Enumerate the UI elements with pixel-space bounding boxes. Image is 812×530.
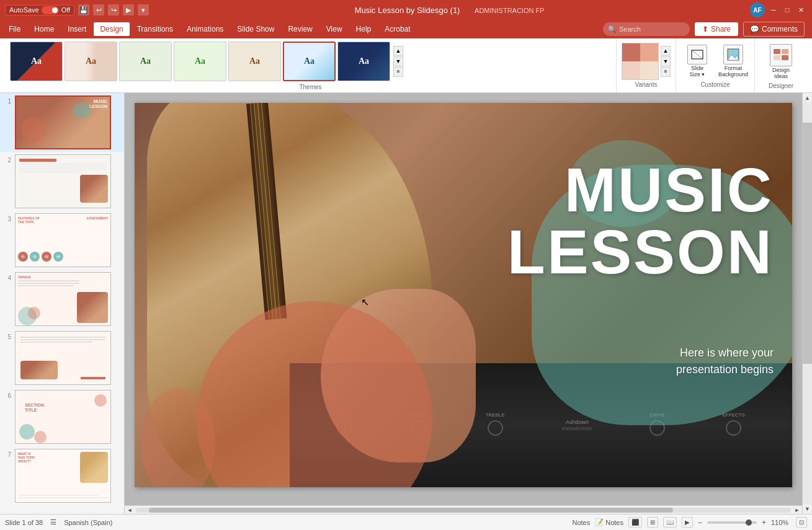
slide-subtitle: Here is where yourpresentation begins xyxy=(676,345,774,378)
svg-rect-7 xyxy=(774,55,780,60)
designer-label: Designer xyxy=(769,82,793,89)
close-button[interactable]: ✕ xyxy=(795,4,807,16)
zoom-thumb xyxy=(746,519,752,526)
variants-scroll-down[interactable]: ▼ xyxy=(661,56,671,66)
save-icon[interactable]: 💾 xyxy=(78,4,89,15)
slide-thumb-4: VENUS xyxy=(15,272,111,326)
horizontal-scrollbar[interactable]: ◄ ► xyxy=(125,505,802,514)
variants-scroll-up[interactable]: ▲ xyxy=(661,46,671,56)
autosave-toggle[interactable] xyxy=(42,6,59,14)
app-title: Music Lesson by Slidesgo (1) ADMINISTRAC… xyxy=(149,6,750,15)
themes-scroll-up[interactable]: ▲ xyxy=(393,46,403,56)
theme-item-5[interactable]: Aa xyxy=(228,42,281,81)
menu-bar: File Home Insert Design Transitions Anim… xyxy=(0,20,812,38)
zoom-slider[interactable] xyxy=(707,521,757,524)
autosave-badge[interactable]: AutoSave Off xyxy=(5,5,74,15)
comments-button[interactable]: 💬Comments xyxy=(743,22,805,37)
themes-scroll-down[interactable]: ▼ xyxy=(393,56,403,66)
menu-help[interactable]: Help xyxy=(350,22,378,36)
scroll-down-button[interactable]: ▼ xyxy=(803,504,813,514)
notes-label[interactable]: 📝 Notes xyxy=(595,518,623,526)
scroll-left-button[interactable]: ◄ xyxy=(125,506,135,515)
slide-panel: 1 MUSICLESSON 2 xyxy=(0,93,125,514)
window-controls: ─ □ ✕ xyxy=(767,4,807,16)
view-slideshow-icon[interactable]: ▶ xyxy=(682,517,693,528)
slide-number-5: 5 xyxy=(4,333,11,340)
title-bar: AutoSave Off 💾 ↩ ↪ ▶ ▾ Music Lesson by S… xyxy=(0,0,812,20)
canvas-area: BASS MIDDLE TREBLE AshdownENGINEERING DR… xyxy=(125,93,802,514)
slide-item-4[interactable]: 4 VENUS xyxy=(0,270,124,329)
slide-item-2[interactable]: 2 xyxy=(0,152,124,211)
minimize-button[interactable]: ─ xyxy=(767,4,780,16)
zoom-level[interactable]: 110% xyxy=(771,519,791,526)
view-normal-icon[interactable]: ⬛ xyxy=(628,517,642,528)
title-bar-left: AutoSave Off 💾 ↩ ↪ ▶ ▾ xyxy=(5,4,149,15)
theme-item-2[interactable]: Aa xyxy=(65,42,117,81)
theme-item-4[interactable]: Aa xyxy=(174,42,226,81)
redo-icon[interactable]: ↪ xyxy=(108,4,119,15)
slide-item-1[interactable]: 1 MUSICLESSON xyxy=(0,93,124,152)
language: Spanish (Spain) xyxy=(64,519,112,526)
menu-review[interactable]: Review xyxy=(282,22,318,36)
variants-expand[interactable]: ≡ xyxy=(661,67,671,77)
share-button[interactable]: ⬆Share xyxy=(695,22,738,36)
present-icon[interactable]: ▶ xyxy=(123,4,134,15)
format-background-button[interactable]: FormatBackground xyxy=(717,42,749,81)
view-reading-icon[interactable]: 📖 xyxy=(663,517,677,528)
menu-animations[interactable]: Animations xyxy=(181,22,230,36)
view-slide-sorter-icon[interactable]: ⊞ xyxy=(647,517,658,528)
theme-item-6[interactable]: Aa xyxy=(283,42,336,81)
slide-outline-icon[interactable]: ☰ xyxy=(50,518,56,526)
slide-item-6[interactable]: 6 SECTIONTITLE xyxy=(0,387,124,446)
svg-rect-6 xyxy=(782,49,788,54)
variants-label: Variants xyxy=(622,81,671,90)
theme-item-3[interactable]: Aa xyxy=(119,42,172,81)
menu-acrobat[interactable]: Acrobat xyxy=(378,22,416,36)
slide-item-7[interactable]: 7 WHAT ISTHIS TOPICABOUT? xyxy=(0,446,124,505)
notes-icon: 📝 xyxy=(595,518,604,526)
fit-slide-icon[interactable]: ⊡ xyxy=(796,517,807,528)
menu-insert[interactable]: Insert xyxy=(61,22,92,36)
design-ideas-icon xyxy=(770,44,792,66)
more-icon[interactable]: ▾ xyxy=(138,4,149,15)
variant-1[interactable] xyxy=(622,43,659,80)
status-bar: Slide 1 of 38 ☰ Spanish (Spain) Notes 📝 … xyxy=(0,514,812,530)
title-line2: LESSON xyxy=(507,221,774,283)
menu-home[interactable]: Home xyxy=(28,22,60,36)
slide-canvas[interactable]: BASS MIDDLE TREBLE AshdownENGINEERING DR… xyxy=(135,103,792,487)
menu-slideshow[interactable]: Slide Show xyxy=(231,22,280,36)
theme-item-7[interactable]: Aa xyxy=(337,42,390,81)
slide-item-5[interactable]: 5 xyxy=(0,329,124,387)
h-scroll-track[interactable] xyxy=(136,508,791,513)
autosave-label: AutoSave xyxy=(9,6,39,14)
notes-button[interactable]: Notes xyxy=(572,519,590,526)
svg-rect-8 xyxy=(782,55,788,60)
title-line1: MUSIC xyxy=(507,159,774,221)
slide-thumb-6: SECTIONTITLE xyxy=(15,390,111,444)
slide-number-2: 2 xyxy=(4,157,11,164)
slide-workspace[interactable]: BASS MIDDLE TREBLE AshdownENGINEERING DR… xyxy=(125,93,802,505)
theme-item-1[interactable]: Aa xyxy=(10,42,63,81)
menu-view[interactable]: View xyxy=(320,22,349,36)
slide-thumb-1: MUSICLESSON xyxy=(15,95,111,149)
v-scroll-track[interactable] xyxy=(803,103,812,504)
menu-transitions[interactable]: Transitions xyxy=(131,22,179,36)
maximize-button[interactable]: □ xyxy=(781,4,793,16)
mouse-cursor: ↖ xyxy=(361,296,369,308)
menu-file[interactable]: File xyxy=(2,22,27,36)
search-box[interactable]: 🔍 Search xyxy=(603,22,690,36)
scroll-right-button[interactable]: ► xyxy=(792,506,802,515)
menu-design[interactable]: Design xyxy=(94,22,129,36)
zoom-out-icon[interactable]: − xyxy=(698,518,702,527)
vertical-scrollbar[interactable]: ▲ ▼ xyxy=(802,93,812,514)
slide-size-icon xyxy=(687,45,707,64)
zoom-in-icon[interactable]: + xyxy=(762,518,766,527)
status-right: Notes 📝 Notes ⬛ ⊞ 📖 ▶ − + 110% ⊡ xyxy=(572,517,807,528)
slide-thumb-2 xyxy=(15,154,111,208)
slide-size-button[interactable]: SlideSize ▾ xyxy=(681,42,713,81)
design-ideas-button[interactable]: Design Ideas xyxy=(765,42,797,82)
svg-line-1 xyxy=(692,50,703,59)
themes-expand[interactable]: ≡ xyxy=(393,67,403,77)
undo-icon[interactable]: ↩ xyxy=(93,4,104,15)
slide-item-3[interactable]: 3 FEATURES OFTHE TOPIC ASSESSMENT 01 02 … xyxy=(0,211,124,270)
